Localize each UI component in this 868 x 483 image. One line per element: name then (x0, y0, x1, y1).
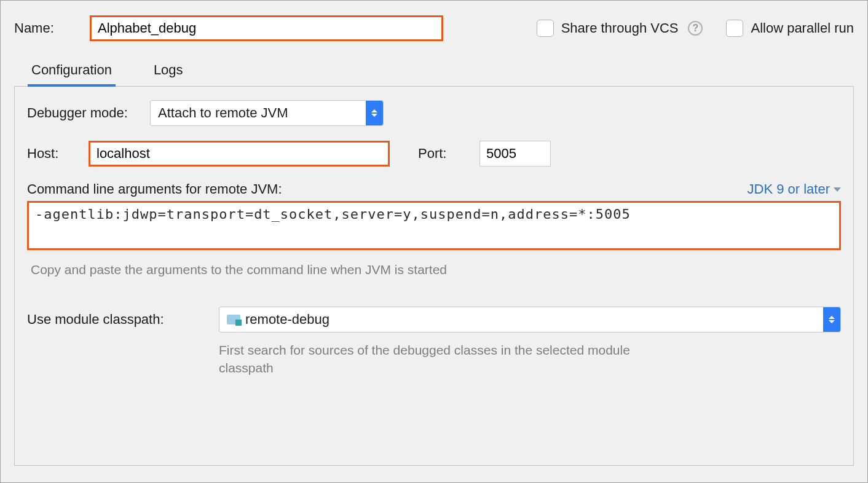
module-classpath-hint: First search for sources of the debugged… (219, 341, 637, 377)
cmd-args-hint: Copy and paste the arguments to the comm… (31, 262, 841, 277)
run-config-dialog: Name: Share through VCS ? Allow parallel… (1, 1, 867, 482)
module-classpath-value: remote-debug (245, 312, 329, 328)
share-vcs-label: Share through VCS (561, 20, 679, 36)
debugger-mode-label: Debugger mode: (27, 105, 150, 121)
chevron-down-icon (834, 187, 841, 192)
cmd-args-label: Command line arguments for remote JVM: (27, 181, 282, 197)
host-port-row: Host: Port: (27, 141, 841, 167)
debugger-mode-value: Attach to remote JVM (151, 105, 366, 121)
stepper-arrows-icon (366, 101, 383, 125)
debugger-mode-row: Debugger mode: Attach to remote JVM (27, 100, 841, 126)
port-input[interactable] (479, 141, 551, 167)
top-row: Name: Share through VCS ? Allow parallel… (14, 15, 854, 41)
host-input[interactable] (89, 141, 390, 167)
module-row: Use module classpath: remote-debug First… (27, 307, 841, 377)
tabs: Configuration Logs (14, 60, 854, 87)
module-classpath-label: Use module classpath: (27, 307, 209, 328)
debugger-mode-select[interactable]: Attach to remote JVM (150, 100, 384, 126)
module-folder-icon (227, 315, 240, 324)
cmd-args-box[interactable] (27, 201, 841, 250)
share-vcs-checkbox[interactable] (537, 20, 554, 37)
allow-parallel-checkbox[interactable] (726, 20, 743, 37)
host-label: Host: (27, 146, 89, 162)
allow-parallel-option[interactable]: Allow parallel run (726, 20, 854, 37)
name-label: Name: (14, 20, 79, 36)
configuration-panel: Debugger mode: Attach to remote JVM Host… (14, 86, 854, 466)
stepper-arrows-icon (823, 307, 840, 332)
cmd-label-row: Command line arguments for remote JVM: J… (27, 181, 841, 197)
share-vcs-option[interactable]: Share through VCS ? (537, 20, 703, 37)
port-label: Port: (418, 146, 479, 162)
allow-parallel-label: Allow parallel run (751, 20, 854, 36)
help-icon[interactable]: ? (688, 21, 703, 36)
module-classpath-select[interactable]: remote-debug (219, 307, 841, 332)
tab-logs[interactable]: Logs (150, 60, 187, 87)
tab-configuration[interactable]: Configuration (28, 60, 116, 87)
jdk-version-text: JDK 9 or later (748, 181, 831, 197)
name-input[interactable] (90, 15, 443, 41)
jdk-version-link[interactable]: JDK 9 or later (748, 181, 842, 197)
